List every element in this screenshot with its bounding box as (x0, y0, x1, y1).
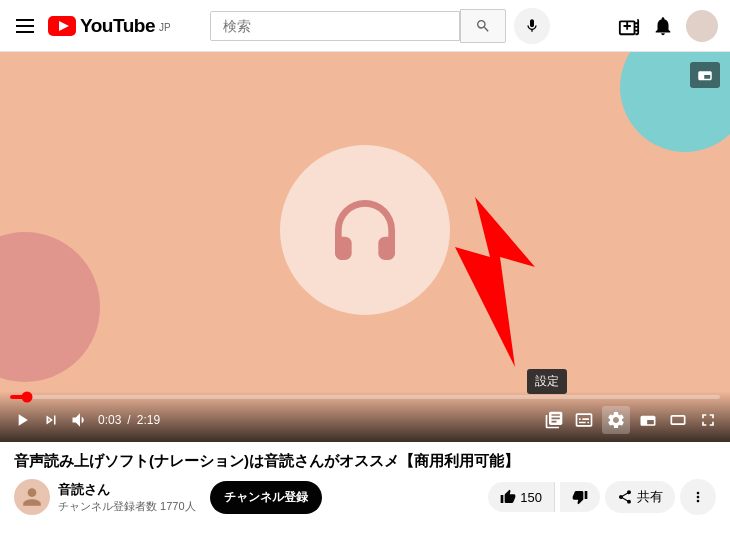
hamburger-menu-button[interactable] (12, 15, 38, 37)
create-icon (618, 15, 640, 37)
mic-icon (524, 18, 540, 34)
play-icon (12, 410, 32, 430)
share-label: 共有 (637, 488, 663, 506)
channel-info: 音読さん チャンネル登録者数 1770人 (58, 481, 196, 514)
thumb-up-icon (500, 489, 516, 505)
jp-badge: JP (159, 22, 171, 33)
share-button[interactable]: 共有 (605, 481, 675, 513)
volume-icon (70, 410, 90, 430)
search-input-wrapper (210, 11, 460, 41)
subscribe-button[interactable]: チャンネル登録 (210, 481, 322, 514)
fullscreen-icon (698, 410, 718, 430)
svg-marker-2 (455, 197, 535, 367)
channel-name[interactable]: 音読さん (58, 481, 196, 499)
settings-button[interactable] (602, 406, 630, 434)
header-right (618, 10, 718, 42)
progress-dot (22, 392, 33, 403)
like-count: 150 (520, 490, 542, 505)
search-area (210, 8, 550, 44)
more-icon (690, 489, 706, 505)
channel-avatar[interactable] (14, 479, 50, 515)
channel-avatar-icon (21, 486, 43, 508)
next-button[interactable] (40, 409, 62, 431)
annotation-arrow (415, 187, 615, 387)
more-button[interactable] (680, 479, 716, 515)
headphone-icon (325, 190, 405, 270)
chapters-button[interactable] (542, 408, 566, 432)
theater-icon (668, 410, 688, 430)
miniplayer-icon (696, 66, 714, 84)
notifications-button[interactable] (652, 15, 674, 37)
video-player-container: 設定 (0, 52, 730, 442)
video-title: 音声読み上げソフト(ナレーション)は音読さんがオススメ【商用利用可能】 (14, 452, 716, 471)
subtitles-icon (574, 410, 594, 430)
search-icon (475, 18, 491, 34)
fullscreen-button[interactable] (696, 408, 720, 432)
avatar[interactable] (686, 10, 718, 42)
total-time: 2:19 (137, 413, 160, 427)
hamburger-line (16, 31, 34, 33)
theater-button[interactable] (666, 408, 690, 432)
hamburger-line (16, 19, 34, 21)
subtitles-button[interactable] (572, 408, 596, 432)
hamburger-line (16, 25, 34, 27)
thumb-down-icon (572, 489, 588, 505)
time-separator: / (127, 413, 130, 427)
next-icon (42, 411, 60, 429)
video-bg-pink-circle (0, 232, 100, 382)
miniplayer-ctrl-icon (638, 410, 658, 430)
logo-area[interactable]: YouTube JP (48, 15, 171, 37)
action-buttons: 150 共有 (488, 479, 716, 515)
volume-button[interactable] (68, 408, 92, 432)
miniplayer-button[interactable] (690, 62, 720, 88)
video-controls: 0:03 / 2:19 (0, 391, 730, 442)
miniplayer-ctrl-button[interactable] (636, 408, 660, 432)
channel-row: 音読さん チャンネル登録者数 1770人 チャンネル登録 150 (14, 479, 716, 515)
mic-button[interactable] (514, 8, 550, 44)
youtube-logo-icon (48, 16, 76, 36)
controls-row: 0:03 / 2:19 (10, 406, 720, 434)
progress-bar[interactable] (10, 395, 720, 399)
search-input[interactable] (211, 12, 459, 40)
play-button[interactable] (10, 408, 34, 432)
create-button[interactable] (618, 15, 640, 37)
search-button[interactable] (460, 9, 506, 43)
like-button[interactable]: 150 (488, 482, 555, 512)
current-time: 0:03 (98, 413, 121, 427)
settings-icon (606, 410, 626, 430)
dislike-button[interactable] (560, 482, 600, 512)
header: YouTube JP (0, 0, 730, 52)
video-info: 音声読み上げソフト(ナレーション)は音読さんがオススメ【商用利用可能】 音読さん… (0, 442, 730, 521)
share-icon (617, 489, 633, 505)
chapters-icon (544, 410, 564, 430)
channel-subscribers: チャンネル登録者数 1770人 (58, 499, 196, 514)
bell-icon (652, 15, 674, 37)
logo-text: YouTube (80, 15, 155, 37)
